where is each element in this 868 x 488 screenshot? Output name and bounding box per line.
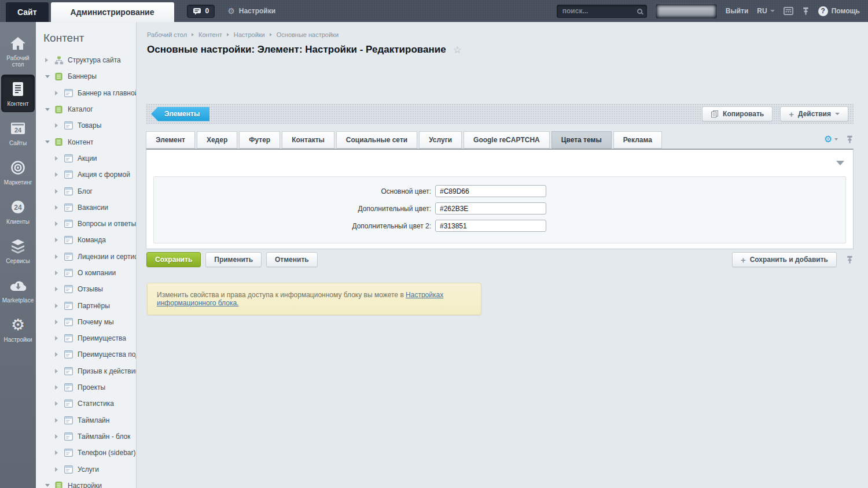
chevron-right-icon[interactable] <box>55 418 61 423</box>
save-button[interactable]: Сохранить <box>146 252 201 267</box>
tree-item[interactable]: Акции <box>36 150 136 167</box>
chevron-right-icon[interactable] <box>55 238 61 242</box>
chevron-right-icon[interactable] <box>55 156 61 161</box>
tree-item[interactable]: Услуги <box>36 461 136 477</box>
chevron-right-icon[interactable] <box>55 467 61 472</box>
tree-item[interactable]: Блог <box>36 183 136 199</box>
rail-item-рабочий-стол[interactable]: Рабочий стол <box>1 29 35 73</box>
chevron-right-icon[interactable] <box>55 304 61 308</box>
rail-item-сайты[interactable]: 24Сайты <box>1 114 35 151</box>
tree-item[interactable]: Товары <box>36 117 136 134</box>
help-button[interactable]: ? Помощь <box>818 6 860 16</box>
tree-item[interactable]: Проекты <box>36 379 136 395</box>
cancel-button[interactable]: Отменить <box>266 252 318 267</box>
chevron-down-icon[interactable] <box>834 138 838 141</box>
tab-реклама[interactable]: Реклама <box>613 131 662 149</box>
user-name-blurred[interactable] <box>656 4 717 19</box>
chevron-down-icon[interactable] <box>45 75 52 78</box>
breadcrumb-item[interactable]: Основные настройки <box>277 31 339 38</box>
chevron-right-icon[interactable] <box>55 91 61 95</box>
tree-item[interactable]: Контент <box>36 134 136 150</box>
chevron-right-icon[interactable] <box>55 221 61 226</box>
tree-item[interactable]: Баннер на главной <box>36 85 136 101</box>
primary-color-input[interactable] <box>435 185 546 197</box>
tree-item[interactable]: О компании <box>36 265 136 281</box>
chevron-right-icon[interactable] <box>55 450 61 455</box>
chevron-right-icon[interactable] <box>55 205 61 210</box>
rail-item-маркетинг[interactable]: Маркетинг <box>1 153 35 191</box>
tree-item[interactable]: Баннеры <box>36 68 136 84</box>
chevron-right-icon[interactable] <box>55 352 61 357</box>
tree-item[interactable]: Почему мы <box>36 314 136 330</box>
tab-google-recaptcha[interactable]: Google reCAPTCHA <box>464 131 550 149</box>
elements-button[interactable]: Элементы <box>151 107 209 121</box>
tab-цвета-темы[interactable]: Цвета темы <box>551 131 612 149</box>
chevron-down-icon[interactable] <box>45 484 52 487</box>
actions-button[interactable]: + Действия <box>780 106 848 121</box>
topbar-settings-button[interactable]: ⚙ Настройки <box>227 7 275 15</box>
chevron-down-icon[interactable] <box>45 141 52 143</box>
tree-item[interactable]: Вакансии <box>36 199 136 216</box>
pin-icon[interactable] <box>846 256 854 264</box>
chevron-right-icon[interactable] <box>55 123 61 128</box>
rail-item-клиенты[interactable]: 24Клиенты <box>1 193 35 230</box>
logout-link[interactable]: Выйти <box>726 7 749 15</box>
tree-item[interactable]: Призыв к действию <box>36 363 136 379</box>
tree-item[interactable]: Телефон (sidebar) <box>36 445 136 461</box>
site-tab[interactable]: Сайт <box>6 2 49 22</box>
tree-item[interactable]: Команда <box>36 232 136 248</box>
search-box[interactable] <box>557 5 647 18</box>
notification-badge[interactable]: 0 <box>187 5 215 18</box>
tab-социальные-сети[interactable]: Социальные сети <box>336 131 417 149</box>
form-settings-gear-icon[interactable]: ⚙ <box>824 135 832 144</box>
search-icon[interactable] <box>637 9 642 14</box>
rail-item-сервисы[interactable]: Сервисы <box>1 232 35 269</box>
tree-item[interactable]: Преимущества <box>36 330 136 346</box>
tab-хедер[interactable]: Хедер <box>197 131 237 149</box>
chevron-down-icon[interactable] <box>45 108 52 111</box>
language-selector[interactable]: RU <box>757 7 774 15</box>
chevron-right-icon[interactable] <box>55 254 61 259</box>
secondary-color-2-input[interactable] <box>435 220 546 232</box>
tab-элемент[interactable]: Элемент <box>146 131 195 149</box>
tab-контакты[interactable]: Контакты <box>282 131 334 149</box>
pin-icon[interactable] <box>846 135 854 144</box>
chevron-right-icon[interactable] <box>55 385 61 390</box>
rail-item-контент[interactable]: Контент <box>1 75 35 112</box>
favorite-star-icon[interactable]: ☆ <box>453 45 462 55</box>
tree-item[interactable]: Вопросы и ответы <box>36 216 136 232</box>
chevron-right-icon[interactable] <box>55 287 61 291</box>
chevron-right-icon[interactable] <box>55 401 61 406</box>
rail-item-настройки[interactable]: ⚙Настройки <box>1 310 35 348</box>
tree-item[interactable]: Отзывы <box>36 281 136 297</box>
chevron-right-icon[interactable] <box>55 369 61 374</box>
chevron-right-icon[interactable] <box>55 172 61 177</box>
tree-item[interactable]: Лицензии и сертификат <box>36 249 136 265</box>
chevron-right-icon[interactable] <box>55 189 61 194</box>
tab-футер[interactable]: Футер <box>239 131 280 149</box>
pin-icon[interactable] <box>802 7 810 16</box>
search-input[interactable] <box>561 6 637 16</box>
chevron-right-icon[interactable] <box>55 434 61 439</box>
tree-item[interactable]: Таймлайн - блок <box>36 428 136 445</box>
chevron-right-icon[interactable] <box>45 58 52 62</box>
tree-item[interactable]: Настройки <box>36 478 136 488</box>
admin-tab[interactable]: Администрирование <box>51 2 174 22</box>
tree-item[interactable]: Каталог <box>36 101 136 117</box>
breadcrumb-item[interactable]: Рабочий стол <box>147 31 187 38</box>
chevron-right-icon[interactable] <box>55 320 61 324</box>
breadcrumb-item[interactable]: Контент <box>198 31 222 38</box>
copy-button[interactable]: Копировать <box>702 106 773 121</box>
collapse-arrow-icon[interactable] <box>836 161 844 165</box>
tree-item[interactable]: Преимущества под бан <box>36 346 136 363</box>
apply-button[interactable]: Применить <box>205 252 262 267</box>
tree-item[interactable]: Статистика <box>36 395 136 412</box>
chevron-right-icon[interactable] <box>55 271 61 275</box>
rail-item-marketplace[interactable]: Marketplace <box>1 271 35 309</box>
tree-item[interactable]: Партнёры <box>36 297 136 313</box>
hotkeys-icon[interactable] <box>784 7 793 15</box>
tab-услуги[interactable]: Услуги <box>419 131 462 149</box>
tree-item[interactable]: Акция с формой <box>36 167 136 183</box>
save-and-add-button[interactable]: + Сохранить и добавить <box>732 252 837 267</box>
tree-item[interactable]: Структура сайта <box>36 52 136 68</box>
